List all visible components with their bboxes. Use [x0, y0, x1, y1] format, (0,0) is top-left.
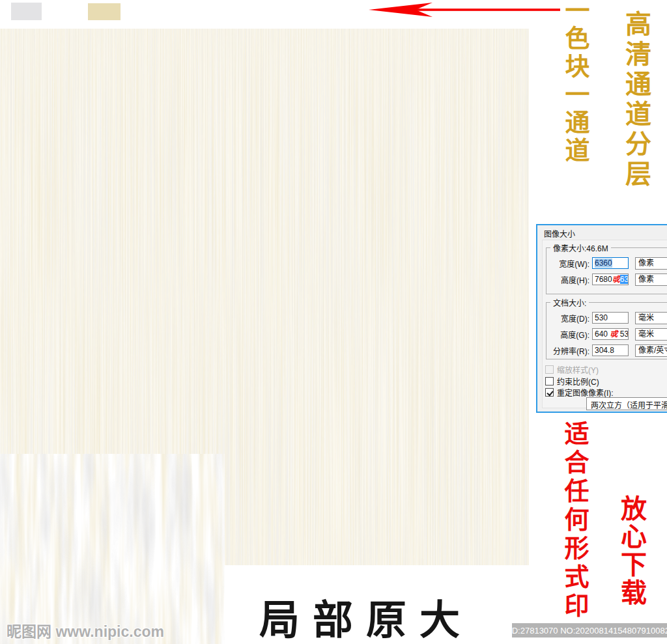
resample-image-checkbox-row: 重定图像像素(I):: [545, 387, 614, 397]
gold-caption-hd-channel-layers: 高清通道分层: [617, 10, 655, 190]
resample-image-checkbox[interactable]: [545, 388, 554, 397]
pixel-dimensions-legend: 像素大小:46.6M: [550, 242, 611, 253]
doc-width-unit-value: 毫米: [638, 313, 654, 324]
doc-width-unit-select[interactable]: 毫米: [635, 312, 667, 324]
beige-color-swatch: [88, 3, 121, 20]
pixel-dimensions-group: 像素大小:46.6M 宽度(W): 6360 像素 高度(H): 7680戓63…: [546, 242, 667, 294]
pixel-height-old-value: 7680: [595, 275, 612, 284]
left-arrow-icon: [363, 0, 560, 20]
image-size-dialog: 图像大小 像素大小:46.6M 宽度(W): 6360 像素 高度(H): 76…: [536, 224, 667, 413]
texture-detail-inset: [0, 454, 225, 644]
constrain-proportions-checkbox-row: 约束比例(C): [545, 376, 599, 386]
doc-height-label: 高度(G):: [552, 329, 589, 340]
resolution-label: 分辨率(R):: [552, 345, 589, 356]
resolution-unit-value: 像素/英寸: [638, 345, 667, 356]
doc-width-label: 宽度(D):: [552, 313, 589, 324]
red-caption-download-with-confidence: 放心下载: [613, 495, 651, 607]
doc-height-new-value: 530: [617, 329, 629, 339]
resolution-value: 304.8: [595, 346, 614, 355]
pixel-height-input[interactable]: 7680戓6360: [592, 273, 629, 285]
doc-width-input[interactable]: 530: [592, 312, 629, 324]
constrain-proportions-label: 约束比例(C): [557, 376, 599, 387]
pixel-width-label: 宽度(W):: [552, 258, 589, 269]
gold-caption-one-block-one-channel: 一色块一通道: [558, 0, 593, 165]
gray-color-swatch: [11, 3, 42, 20]
pixel-height-unit-value: 像素: [638, 274, 654, 285]
pixel-height-or-mark: 戓: [612, 275, 620, 284]
resample-image-label: 重定图像像素(I):: [557, 387, 614, 398]
pixel-height-unit-select[interactable]: 像素: [635, 273, 667, 286]
scale-styles-checkbox-row: 缩放样式(Y): [545, 365, 599, 374]
pixel-height-label: 高度(H):: [552, 274, 589, 285]
red-caption-fits-any-print-form: 适合任何形式印: [557, 421, 593, 621]
pixel-width-unit-value: 像素: [638, 258, 654, 269]
document-size-group: 文档大小: 宽度(D): 530 毫米 高度(G): 640 戓 530 毫米: [546, 297, 667, 359]
doc-width-row: 宽度(D): 530 毫米: [552, 311, 667, 324]
doc-height-row: 高度(G): 640 戓 530 毫米: [552, 328, 667, 341]
resolution-unit-select[interactable]: 像素/英寸: [635, 344, 667, 357]
resample-method-select[interactable]: 两次立方（适用于平滑渐变: [586, 397, 667, 410]
doc-height-input[interactable]: 640 戓 530: [592, 328, 629, 340]
pixel-width-row: 宽度(W): 6360 像素: [552, 257, 667, 270]
doc-height-or-mark: 戓: [610, 329, 617, 339]
doc-width-value: 530: [595, 313, 608, 322]
pixel-height-new-value: 6360: [620, 275, 629, 284]
doc-height-old-value: 640: [595, 329, 610, 339]
nipic-site-watermark: 昵图网 www.nipic.com: [7, 619, 164, 641]
resample-method-value: 两次立方（适用于平滑渐变: [591, 401, 667, 410]
texture-preview-page: 高清通道分层 一色块一通道 适合任何形式印 放心下载 局部原大 昵图网 www.…: [0, 0, 667, 644]
image-id-watermark: ID:27813070 NO:20200814154807910082: [512, 623, 667, 637]
resolution-input[interactable]: 304.8: [592, 344, 629, 356]
detail-original-size-caption: 局部原大: [259, 587, 473, 644]
pixel-width-value: 6360: [595, 259, 612, 268]
constrain-proportions-checkbox[interactable]: [545, 377, 554, 385]
doc-height-unit-select[interactable]: 毫米: [635, 328, 667, 341]
resolution-row: 分辨率(R): 304.8 像素/英寸: [552, 344, 667, 357]
scale-styles-checkbox: [545, 365, 554, 374]
scale-styles-label: 缩放样式(Y): [557, 364, 599, 375]
pixel-width-input[interactable]: 6360: [592, 257, 629, 269]
pixel-height-row: 高度(H): 7680戓6360 像素: [552, 273, 667, 286]
pixel-width-unit-select[interactable]: 像素: [635, 257, 667, 270]
dialog-title[interactable]: 图像大小: [544, 228, 575, 239]
doc-height-unit-value: 毫米: [638, 329, 654, 340]
document-size-legend: 文档大小:: [550, 297, 589, 308]
